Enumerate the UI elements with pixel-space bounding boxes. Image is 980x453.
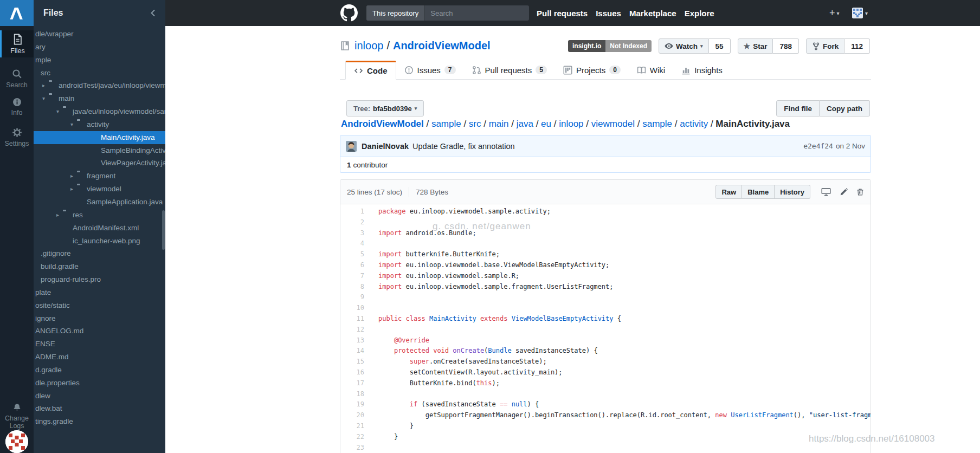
tab-issues[interactable]: Issues7 xyxy=(396,61,464,79)
collapse-chevron-left-icon[interactable] xyxy=(149,9,158,17)
chevron-expanded-icon[interactable]: ▾ xyxy=(56,105,59,118)
rail-item-search[interactable]: Search xyxy=(0,65,34,92)
tree-item[interactable]: SampleApplication.java xyxy=(34,196,165,209)
rail-item-settings[interactable]: Settings xyxy=(0,124,34,151)
breadcrumb-link[interactable]: java xyxy=(517,119,533,129)
chevron-collapsed-icon[interactable]: ▸ xyxy=(42,79,45,92)
tree-item[interactable]: ▸fragment xyxy=(34,170,165,183)
copy-path-button[interactable]: Copy path xyxy=(820,100,870,117)
breadcrumb-link[interactable]: inloop xyxy=(559,119,583,129)
tree-item[interactable]: dlew.bat xyxy=(34,402,165,415)
chevron-collapsed-icon[interactable]: ▸ xyxy=(70,170,73,183)
tree-item[interactable]: build.gradle xyxy=(34,260,165,273)
tree-item[interactable]: plate xyxy=(34,286,165,299)
chevron-expanded-icon[interactable]: ▾ xyxy=(42,92,45,105)
tree-item[interactable]: ignore xyxy=(34,312,165,325)
tree-item[interactable]: ANGELOG.md xyxy=(34,325,165,338)
tree-item[interactable]: d.gradle xyxy=(34,364,165,377)
insight-logo[interactable] xyxy=(0,0,34,26)
contributors-bar[interactable]: 1 contributor xyxy=(340,157,871,173)
breadcrumb-link[interactable]: AndroidViewModel xyxy=(341,119,424,129)
breadcrumb-link[interactable]: sample xyxy=(642,119,672,129)
find-file-button[interactable]: Find file xyxy=(776,100,820,117)
nav-explore[interactable]: Explore xyxy=(685,9,714,18)
star-button[interactable]: ★ Star xyxy=(738,38,773,54)
line-number[interactable]: 3 xyxy=(340,228,371,239)
create-new-button[interactable]: + ▾ xyxy=(829,0,840,26)
tree-item[interactable]: ▸res xyxy=(34,209,165,222)
commit-author[interactable]: DanielNovak xyxy=(362,142,409,151)
repo-owner-link[interactable]: inloop xyxy=(354,40,383,52)
line-number[interactable]: 20 xyxy=(340,410,371,421)
history-button[interactable]: History xyxy=(775,185,810,199)
tree-item[interactable]: ENSE xyxy=(34,338,165,351)
line-number[interactable]: 10 xyxy=(340,303,371,314)
edit-pencil-icon[interactable] xyxy=(840,188,848,196)
line-number[interactable]: 18 xyxy=(340,389,371,400)
tab-wiki[interactable]: Wiki xyxy=(629,61,673,79)
watch-button[interactable]: Watch ▾ xyxy=(659,38,709,54)
breadcrumb-link[interactable]: viewmodel xyxy=(591,119,635,129)
line-number[interactable]: 9 xyxy=(340,292,371,303)
line-number[interactable]: 17 xyxy=(340,378,371,389)
line-number[interactable]: 5 xyxy=(340,249,371,260)
changelog-label-2[interactable]: Logs xyxy=(0,422,34,430)
raw-button[interactable]: Raw xyxy=(715,185,742,199)
rail-item-info[interactable]: Info xyxy=(0,93,34,120)
line-number[interactable]: 21 xyxy=(340,421,371,432)
line-number[interactable]: 14 xyxy=(340,346,371,357)
branch-selector-button[interactable]: Tree: bfa5bd039e ▾ xyxy=(346,100,424,117)
tab-pull-requests[interactable]: Pull requests5 xyxy=(464,61,555,79)
tree-scrollbar[interactable] xyxy=(162,210,165,250)
tree-item[interactable]: ▾main xyxy=(34,92,165,105)
nav-issues[interactable]: Issues xyxy=(596,9,621,18)
line-number[interactable]: 22 xyxy=(340,432,371,443)
line-number[interactable]: 6 xyxy=(340,260,371,271)
header-search[interactable]: This repository Search xyxy=(366,5,529,21)
commit-message[interactable]: Update Gradle, fix annotation xyxy=(412,142,515,151)
nav-pull-requests[interactable]: Pull requests xyxy=(537,9,588,18)
tree-item[interactable]: ▸androidTest/java/eu/inloop/viewmodel xyxy=(34,79,165,92)
tree-item[interactable]: mple xyxy=(34,54,165,67)
tree-item[interactable]: ▾activity xyxy=(34,118,165,131)
breadcrumb-link[interactable]: sample xyxy=(431,119,461,129)
changelog-label-1[interactable]: Change xyxy=(0,415,34,422)
bell-icon[interactable] xyxy=(0,403,34,412)
tree-item[interactable]: dlew xyxy=(34,390,165,403)
tree-item[interactable]: ▾java/eu/inloop/viewmodel/sample xyxy=(34,105,165,118)
tree-item[interactable]: ViewPagerActivity.java xyxy=(34,157,165,170)
tree-item[interactable]: .gitignore xyxy=(34,247,165,260)
line-number[interactable]: 4 xyxy=(340,238,371,249)
tree-item[interactable]: ▸viewmodel xyxy=(34,183,165,196)
nav-marketplace[interactable]: Marketplace xyxy=(629,9,676,18)
commit-sha[interactable]: e2e4f24 xyxy=(803,142,833,150)
rail-item-files[interactable]: Files xyxy=(0,30,34,57)
commit-author-avatar[interactable] xyxy=(346,141,357,152)
tab-projects[interactable]: Projects0 xyxy=(555,61,629,79)
breadcrumb-link[interactable]: activity xyxy=(680,119,708,129)
line-number[interactable]: 16 xyxy=(340,367,371,378)
breadcrumb-link[interactable]: main xyxy=(489,119,509,129)
tree-item[interactable]: ary xyxy=(34,41,165,54)
line-number[interactable]: 11 xyxy=(340,314,371,325)
tree-item[interactable]: AndroidManifest.xml xyxy=(34,222,165,235)
tree-item[interactable]: dle.properties xyxy=(34,377,165,390)
chevron-collapsed-icon[interactable]: ▸ xyxy=(70,183,73,196)
star-count[interactable]: 788 xyxy=(773,38,799,54)
search-input[interactable]: Search xyxy=(425,9,453,17)
line-number[interactable]: 7 xyxy=(340,271,371,282)
tree-item[interactable]: MainActivity.java xyxy=(34,131,165,144)
watch-count[interactable]: 55 xyxy=(709,38,731,54)
chevron-collapsed-icon[interactable]: ▸ xyxy=(56,209,59,222)
tree-item[interactable]: SampleBindingActivity.java xyxy=(34,144,165,157)
tree-item[interactable]: osite/static xyxy=(34,299,165,312)
sidebar-user-avatar[interactable] xyxy=(5,430,28,453)
line-number[interactable]: 12 xyxy=(340,325,371,335)
fork-count[interactable]: 112 xyxy=(844,38,870,54)
tree-item[interactable]: ic_launcher-web.png xyxy=(34,235,165,248)
github-logo-icon[interactable] xyxy=(340,4,358,22)
tab-insights[interactable]: Insights xyxy=(673,61,731,79)
line-number[interactable]: 23 xyxy=(340,443,371,453)
delete-trash-icon[interactable] xyxy=(856,188,864,196)
tree-item[interactable]: dle/wrapper xyxy=(34,28,165,41)
